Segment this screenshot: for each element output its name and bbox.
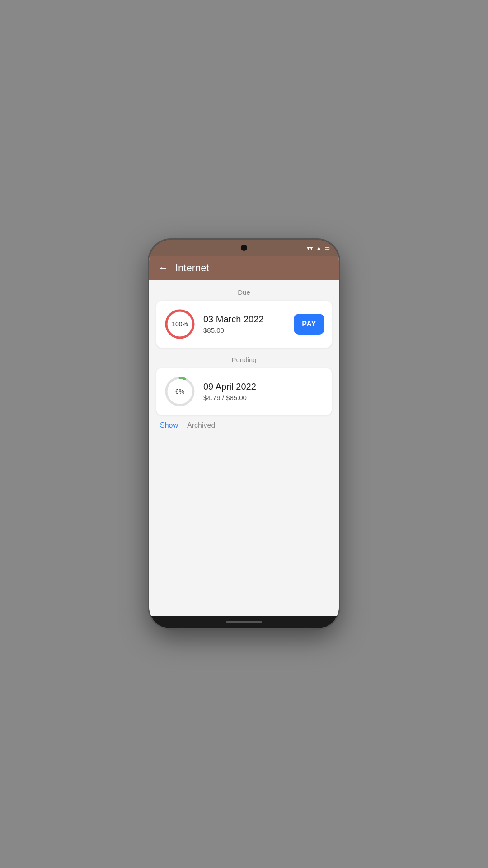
due-bill-info: 03 March 2022 $85.00 (203, 314, 286, 334)
bottom-actions: Show Archived (149, 415, 339, 436)
due-bill-card: 100% 03 March 2022 $85.00 PAY (156, 301, 332, 348)
show-link[interactable]: Show (160, 421, 178, 429)
battery-icon: ▭ (324, 245, 330, 251)
status-icons: ▾▾ ▲ ▭ (307, 245, 330, 251)
page-title: Internet (175, 262, 209, 274)
pending-bill-card: 6% 09 April 2022 $4.79 / $85.00 (156, 368, 332, 415)
pending-progress-label: 6% (175, 388, 184, 395)
pending-bill-amount: $4.79 / $85.00 (203, 394, 324, 401)
archived-label: Archived (187, 421, 215, 429)
back-button[interactable]: ← (158, 262, 168, 274)
content-area: Due 100% 03 March 2022 $85.00 PAY Pendin… (149, 280, 339, 616)
due-bill-amount: $85.00 (203, 326, 286, 334)
pending-bill-info: 09 April 2022 $4.79 / $85.00 (203, 382, 324, 401)
nav-pill (226, 621, 262, 623)
nav-bar (149, 616, 339, 628)
signal-icon: ▲ (316, 245, 322, 251)
pay-button[interactable]: PAY (294, 314, 324, 335)
status-bar: ▾▾ ▲ ▭ (149, 240, 339, 256)
camera-notch (241, 245, 247, 251)
pending-bill-date: 09 April 2022 (203, 382, 324, 392)
phone-frame: ▾▾ ▲ ▭ ← Internet Due 100% (149, 240, 339, 628)
app-content: ← Internet Due 100% 03 March 2022 $85.00 (149, 256, 339, 616)
due-progress-circle: 100% (164, 308, 196, 340)
wifi-icon: ▾▾ (307, 245, 313, 251)
pending-progress-circle: 6% (164, 375, 196, 408)
header: ← Internet (149, 256, 339, 280)
due-section-label: Due (149, 280, 339, 301)
due-bill-date: 03 March 2022 (203, 314, 286, 325)
due-progress-label: 100% (172, 321, 188, 328)
pending-section-label: Pending (149, 348, 339, 368)
